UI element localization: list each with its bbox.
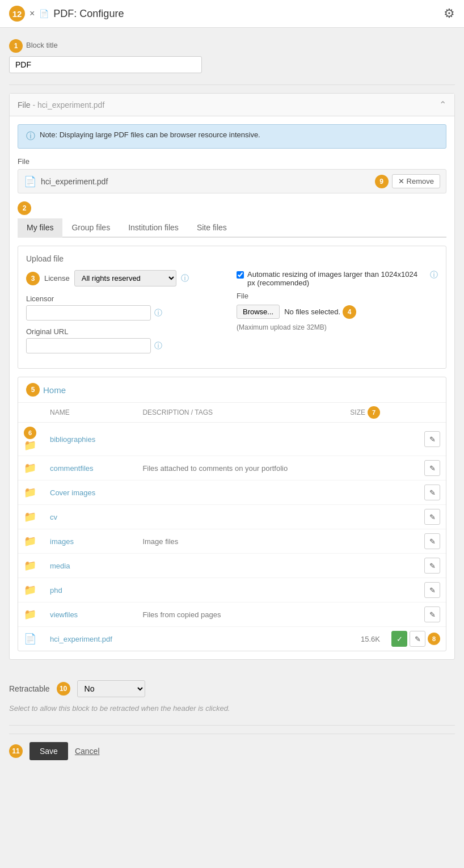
panel-header[interactable]: File - hci_experiment.pdf ⌃ xyxy=(10,94,454,116)
file-desc-text: Files attached to comments on your portf… xyxy=(142,464,288,473)
file-name-link[interactable]: phd xyxy=(50,586,62,595)
file-size-value: 15.6K xyxy=(361,635,380,643)
file-name-cell[interactable]: media xyxy=(44,554,137,578)
file-desc-cell xyxy=(137,578,334,602)
file-edit-button[interactable]: ✎ xyxy=(424,582,440,598)
file-actions: 9 ✕ Remove xyxy=(375,174,440,188)
block-title-section: 1 Block title xyxy=(9,39,455,73)
file-size-cell xyxy=(334,578,386,602)
license-info-icon[interactable]: ⓘ xyxy=(181,273,189,284)
retractable-section: Retractable 10 No Yes Select to allow th… xyxy=(9,670,455,723)
file-name-link[interactable]: cv xyxy=(50,513,57,521)
file-type-icon: 📄 xyxy=(18,627,44,651)
save-button[interactable]: Save xyxy=(29,742,68,760)
file-edit-button[interactable]: ✎ xyxy=(424,431,440,447)
table-row: 📁imagesImage files✎ xyxy=(18,529,446,554)
file-actions-cell: ✎ xyxy=(386,578,446,602)
upload-title: Upload file xyxy=(26,254,438,263)
tab-institution-files[interactable]: Institution files xyxy=(119,218,188,238)
step-badge-10: 10 xyxy=(57,682,70,696)
file-name-link[interactable]: hci_experiment.pdf xyxy=(50,635,112,643)
tab-group-files[interactable]: Group files xyxy=(62,218,119,238)
license-row: 3 License All rights reserved Creative C… xyxy=(26,270,227,286)
table-row: 6📁bibliographies✎ xyxy=(18,423,446,456)
file-edit-button[interactable]: ✎ xyxy=(424,533,440,549)
file-actions-cell: ✎ xyxy=(386,456,446,481)
panel-body: ⓘ Note: Displaying large PDF files can b… xyxy=(10,116,454,659)
remove-x-icon: ✕ xyxy=(398,177,404,186)
table-row: 📁viewfilesFiles from copied pages✎ xyxy=(18,602,446,627)
home-header: 5 Home xyxy=(18,377,446,403)
file-desc-cell xyxy=(137,627,334,651)
panel-file-label: File xyxy=(18,100,31,109)
auto-resize-checkbox[interactable] xyxy=(237,271,244,279)
max-upload-hint: (Maximum upload size 32MB) xyxy=(237,323,438,331)
original-url-input[interactable] xyxy=(26,338,151,353)
file-name-cell[interactable]: hci_experiment.pdf xyxy=(44,627,137,651)
auto-resize-info-icon[interactable]: ⓘ xyxy=(430,270,438,280)
file-table: NAME DESCRIPTION / TAGS SIZE 7 6📁bibliog… xyxy=(18,403,446,651)
licensor-info-icon[interactable]: ⓘ xyxy=(154,308,162,318)
close-icon[interactable]: × xyxy=(29,9,35,19)
file-name-cell[interactable]: bibliographies xyxy=(44,423,137,456)
license-select[interactable]: All rights reserved Creative Commons Pub… xyxy=(74,270,176,286)
retractable-select[interactable]: No Yes xyxy=(77,680,145,697)
file-size-cell xyxy=(334,602,386,627)
tab-site-files[interactable]: Site files xyxy=(188,218,236,238)
step-badge-3: 3 xyxy=(26,272,40,285)
file-name-cell[interactable]: Cover images xyxy=(44,481,137,505)
file-icon: 📄 xyxy=(24,633,36,644)
file-name-cell[interactable]: phd xyxy=(44,578,137,602)
step-badge-8: 8 xyxy=(428,633,440,645)
file-name-cell[interactable]: cv xyxy=(44,505,137,529)
file-actions-cell: ✎ xyxy=(386,554,446,578)
table-row: 📁Cover images✎ xyxy=(18,481,446,505)
file-edit-button[interactable]: ✎ xyxy=(424,484,440,500)
header-left: 12 × 📄 PDF: Configure xyxy=(9,6,124,22)
file-name-link[interactable]: media xyxy=(50,562,70,570)
tabs-bar: My files Group files Institution files S… xyxy=(18,218,446,238)
table-row: 📁phd✎ xyxy=(18,578,446,602)
step-badge-7: 7 xyxy=(368,406,380,419)
licensor-row: Licensor ⓘ xyxy=(26,294,227,321)
home-title[interactable]: Home xyxy=(43,385,66,395)
file-name-link[interactable]: commentfiles xyxy=(50,464,94,473)
file-name-link[interactable]: bibliographies xyxy=(50,435,95,444)
licensor-input[interactable] xyxy=(26,305,151,321)
file-name-cell[interactable]: viewfiles xyxy=(44,602,137,627)
cancel-button[interactable]: Cancel xyxy=(75,747,100,756)
file-edit-button[interactable]: ✎ xyxy=(424,460,440,476)
file-name-link[interactable]: images xyxy=(50,537,74,546)
file-name-cell[interactable]: images xyxy=(44,529,137,554)
gear-icon[interactable]: ⚙ xyxy=(444,6,455,21)
file-desc-cell: Files from copied pages xyxy=(137,602,334,627)
original-url-info-icon[interactable]: ⓘ xyxy=(154,341,162,351)
auto-resize-label: Automatic resizing of images larger than… xyxy=(247,270,427,287)
file-name-link[interactable]: viewfiles xyxy=(50,610,78,619)
file-type-icon: 6📁 xyxy=(18,423,44,456)
retractable-hint: Select to allow this block to be retract… xyxy=(9,702,455,723)
file-size-cell xyxy=(334,529,386,554)
file-browse-row: Browse... No files selected. 4 xyxy=(237,305,438,319)
file-name-link[interactable]: Cover images xyxy=(50,488,95,497)
file-edit-button[interactable]: ✎ xyxy=(424,606,440,622)
step-badge-6: 6 xyxy=(24,427,36,439)
file-size-cell xyxy=(334,423,386,456)
remove-label: Remove xyxy=(407,177,434,186)
main-content: 1 Block title File - hci_experiment.pdf … xyxy=(0,28,464,779)
folder-icon: 📁 xyxy=(24,609,36,620)
info-icon: ⓘ xyxy=(26,130,35,142)
file-actions-cell: ✎ xyxy=(386,602,446,627)
remove-button[interactable]: ✕ Remove xyxy=(392,174,440,188)
tab-my-files[interactable]: My files xyxy=(18,218,62,238)
file-edit-button[interactable]: ✎ xyxy=(424,558,440,574)
browse-button[interactable]: Browse... xyxy=(237,305,280,319)
file-edit-button[interactable]: ✎ xyxy=(424,509,440,525)
block-title-input[interactable] xyxy=(9,56,202,73)
table-row: 📁cv✎ xyxy=(18,505,446,529)
file-select-check-button[interactable]: ✓ xyxy=(391,631,407,647)
chevron-up-icon: ⌃ xyxy=(439,99,446,110)
file-name-cell[interactable]: commentfiles xyxy=(44,456,137,481)
file-edit-button[interactable]: ✎ xyxy=(410,631,425,647)
folder-icon: 📁 xyxy=(24,487,36,498)
